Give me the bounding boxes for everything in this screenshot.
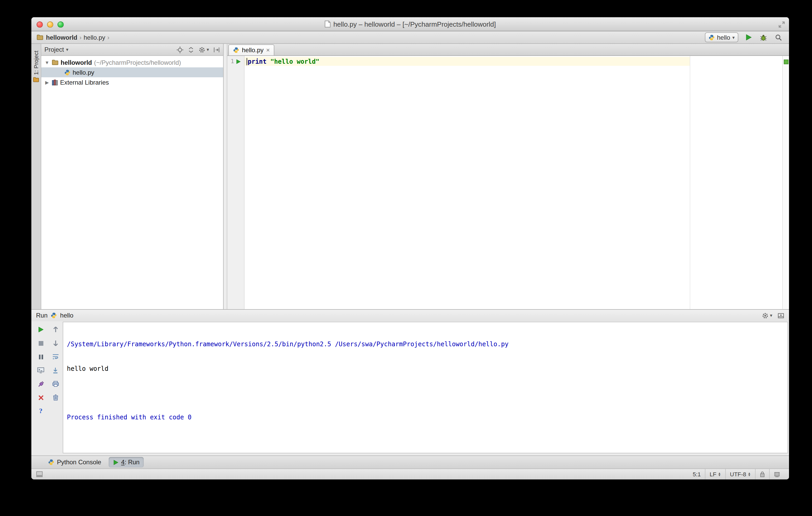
run-configuration-label: hello xyxy=(717,34,730,41)
arrow-up-icon xyxy=(53,326,58,333)
help-button[interactable]: ? xyxy=(36,407,46,415)
left-tool-stripe: 1: Project xyxy=(31,44,41,309)
run-button[interactable] xyxy=(743,32,753,42)
breadcrumb-project[interactable]: helloworld xyxy=(36,34,77,41)
project-view-selector[interactable]: Project xyxy=(45,46,64,53)
encoding-widget[interactable]: UTF-8 ▲▼ xyxy=(725,469,755,480)
settings-button[interactable]: ▾ xyxy=(199,46,209,53)
tab-hello-py[interactable]: hello.py × xyxy=(228,44,274,55)
debug-button[interactable] xyxy=(758,32,768,42)
tab-label: hello.py xyxy=(242,47,264,54)
run-configuration-combo[interactable]: hello ▾ xyxy=(705,32,738,42)
hide-panel-icon[interactable] xyxy=(213,46,220,53)
bottom-tool-window-bar: Python Console 4: Run xyxy=(31,455,789,468)
run-config-name: hello xyxy=(60,312,74,319)
code-editor[interactable]: 1 print xyxy=(227,56,789,309)
tree-row-hello-py[interactable]: hello.py xyxy=(41,67,223,77)
breadcrumb-file[interactable]: hello.py xyxy=(84,34,105,41)
line-separator-widget[interactable]: LF ▲▼ xyxy=(705,469,725,480)
collapse-all-icon[interactable] xyxy=(188,46,195,53)
text-caret xyxy=(246,58,247,65)
navigation-bar: helloworld › hello.py › hello ▾ xyxy=(31,31,789,44)
close-panel-button[interactable] xyxy=(36,394,46,401)
run-panel-header: Run hello ▾ xyxy=(31,310,789,321)
search-everywhere-button[interactable] xyxy=(773,32,784,42)
readonly-lock-widget[interactable] xyxy=(755,469,769,480)
toolwindow-button-run[interactable]: 4: Run xyxy=(109,457,144,467)
clear-all-button[interactable] xyxy=(51,394,60,401)
python-icon xyxy=(708,34,715,40)
inspection-ok-marker[interactable] xyxy=(784,60,788,64)
attach-debugger-button[interactable] xyxy=(36,380,46,388)
editor-gutter: 1 xyxy=(227,56,244,309)
panel-splitter[interactable] xyxy=(224,44,227,309)
caret-position-widget[interactable]: 5:1 xyxy=(689,469,705,480)
run-toolwindow-label: 4: Run xyxy=(121,459,140,466)
down-stack-button[interactable] xyxy=(51,339,60,347)
code-pane[interactable]: print "hello world" xyxy=(244,56,782,309)
run-line-button[interactable] xyxy=(234,59,242,64)
updown-arrows-icon: ▲▼ xyxy=(748,472,751,476)
scroll-end-icon xyxy=(52,367,59,373)
line-separator-value: LF xyxy=(709,471,716,477)
project-panel-header: Project ▾ xyxy=(41,44,223,56)
rerun-button[interactable] xyxy=(36,326,46,333)
run-console-output[interactable]: /System/Library/Frameworks/Python.framew… xyxy=(63,322,788,453)
line-number: 1 xyxy=(227,58,234,65)
inspection-profile-widget[interactable] xyxy=(769,469,784,480)
main-area: 1: Project Project ▾ xyxy=(31,44,789,309)
print-button[interactable] xyxy=(51,380,60,388)
collapsed-arrow-icon[interactable]: ▶ xyxy=(45,80,50,85)
fullscreen-icon[interactable] xyxy=(779,22,785,28)
stop-button[interactable] xyxy=(36,339,46,347)
python-file-icon xyxy=(233,47,239,53)
tree-row-external-libraries[interactable]: ▶ External Libraries xyxy=(41,77,223,87)
python-file-icon xyxy=(64,69,70,75)
soft-wrap-icon xyxy=(52,354,59,360)
close-icon xyxy=(38,395,44,400)
toolwindow-toggle-icon[interactable] xyxy=(36,471,43,477)
scroll-to-end-button[interactable] xyxy=(51,367,60,374)
editor-tab-bar: hello.py × xyxy=(227,44,789,56)
arrow-down-icon xyxy=(53,340,58,346)
sidebar-item-project[interactable]: 1: Project xyxy=(33,51,39,83)
chevron-down-icon: ▾ xyxy=(770,313,772,318)
external-libraries-label: External Libraries xyxy=(60,79,109,86)
window-title: hello.py – helloworld – [~/PycharmProjec… xyxy=(334,20,496,28)
pause-button[interactable] xyxy=(36,353,46,360)
project-tree: ▼ helloworld (~/PycharmProjects/hellowor… xyxy=(41,56,223,87)
up-stack-button[interactable] xyxy=(51,326,60,333)
console-line: /System/Library/Frameworks/Python.framew… xyxy=(67,340,784,348)
code-line-1: print "hello world" xyxy=(244,57,782,66)
navbar-right-toolbar: hello ▾ xyxy=(705,32,784,42)
tree-row-project-root[interactable]: ▼ helloworld (~/PycharmProjects/hellowor… xyxy=(41,57,223,67)
zoom-window-button[interactable] xyxy=(57,22,64,28)
run-toolwindow-icon xyxy=(113,459,118,465)
project-root-path: (~/PycharmProjects/helloworld) xyxy=(94,59,181,66)
run-toolbar-secondary xyxy=(48,322,63,453)
project-panel: Project ▾ xyxy=(41,44,224,309)
libraries-icon xyxy=(52,79,58,85)
dock-panel-icon[interactable] xyxy=(778,312,784,319)
run-settings-button[interactable]: ▾ xyxy=(762,312,772,319)
tree-file-label: hello.py xyxy=(72,69,94,76)
expanded-arrow-icon[interactable]: ▼ xyxy=(45,60,50,65)
caret-position: 5:1 xyxy=(693,471,701,477)
tab-close-icon[interactable]: × xyxy=(266,47,270,53)
soft-wrap-button[interactable] xyxy=(51,353,60,360)
minimize-window-button[interactable] xyxy=(47,22,53,28)
pycharm-window: hello.py – helloworld – [~/PycharmProjec… xyxy=(31,17,789,480)
locate-icon[interactable] xyxy=(177,46,184,53)
breadcrumb-project-label: helloworld xyxy=(46,34,77,41)
toolwindow-button-python-console[interactable]: Python Console xyxy=(44,457,105,467)
project-root-name: helloworld xyxy=(61,59,92,66)
chevron-down-icon: ▾ xyxy=(207,47,209,52)
project-toolwindow-icon xyxy=(33,77,39,83)
console-line xyxy=(67,389,784,397)
folder-icon xyxy=(36,34,44,40)
show-console-button[interactable] xyxy=(36,367,46,374)
string-token: "hello world" xyxy=(270,58,320,65)
close-window-button[interactable] xyxy=(36,22,43,28)
breadcrumb-file-label: hello.py xyxy=(84,34,105,41)
python-icon xyxy=(51,312,57,318)
